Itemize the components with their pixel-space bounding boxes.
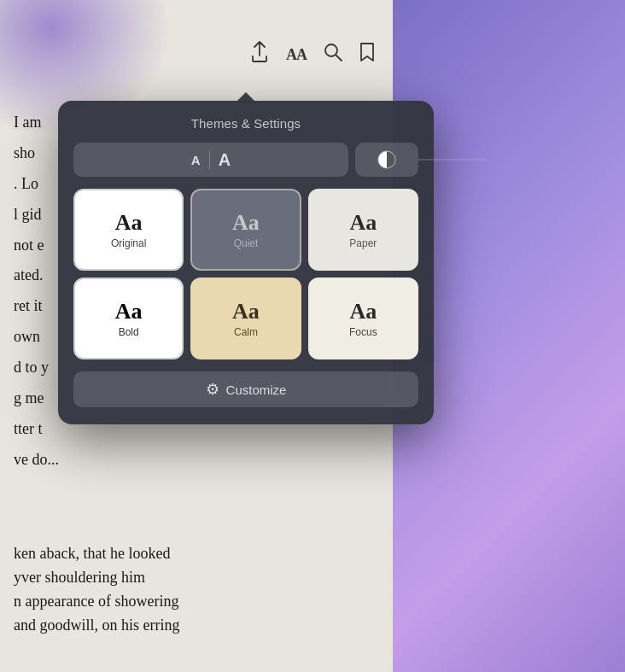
theme-quiet[interactable]: Aa Quiet <box>190 189 301 271</box>
theme-bold[interactable]: Aa Bold <box>73 278 184 359</box>
theme-paper-label: Paper <box>349 237 377 249</box>
customize-gear-icon: ⚙ <box>206 380 219 399</box>
theme-original-label: Original <box>111 237 146 249</box>
theme-quiet-label: Quiet <box>234 237 259 249</box>
theme-calm[interactable]: Aa Calm <box>190 278 301 359</box>
controls-row: A A <box>73 143 418 177</box>
theme-original-aa: Aa <box>115 210 143 236</box>
theme-paper[interactable]: Aa Paper <box>308 189 418 271</box>
font-large-label: A <box>219 150 231 170</box>
font-small-label: A <box>191 153 201 167</box>
contrast-icon <box>377 149 397 170</box>
share-icon[interactable] <box>250 41 269 68</box>
theme-calm-label: Calm <box>234 326 258 338</box>
customize-button[interactable]: ⚙ Customize <box>73 371 418 407</box>
toolbar: AA <box>227 41 398 68</box>
theme-original[interactable]: Aa Original <box>73 189 184 271</box>
theme-bold-aa: Aa <box>115 299 143 324</box>
appearance-button[interactable] <box>355 143 418 177</box>
themes-settings-popup: Themes & Settings A A Aa Original Aa Qui… <box>58 101 434 424</box>
theme-focus-label: Focus <box>349 326 377 338</box>
font-size-icon[interactable]: AA <box>286 46 307 64</box>
theme-quiet-aa: Aa <box>232 210 260 236</box>
bookmark-icon[interactable] <box>359 42 375 67</box>
font-divider <box>209 150 210 169</box>
connector-line <box>418 160 487 161</box>
svg-line-1 <box>336 56 342 61</box>
font-size-button[interactable]: A A <box>73 143 348 177</box>
customize-label: Customize <box>226 383 287 397</box>
popup-title: Themes & Settings <box>73 116 418 131</box>
theme-calm-aa: Aa <box>232 299 260 324</box>
theme-focus-aa: Aa <box>349 299 377 324</box>
theme-paper-aa: Aa <box>349 210 377 236</box>
reader-text-bottom: ken aback, that he looked yver shoulderi… <box>0 542 393 638</box>
theme-bold-label: Bold <box>119 326 139 338</box>
theme-focus[interactable]: Aa Focus <box>308 278 418 359</box>
search-icon[interactable] <box>324 43 342 67</box>
theme-grid: Aa Original Aa Quiet Aa Paper Aa Bold Aa… <box>73 189 418 359</box>
